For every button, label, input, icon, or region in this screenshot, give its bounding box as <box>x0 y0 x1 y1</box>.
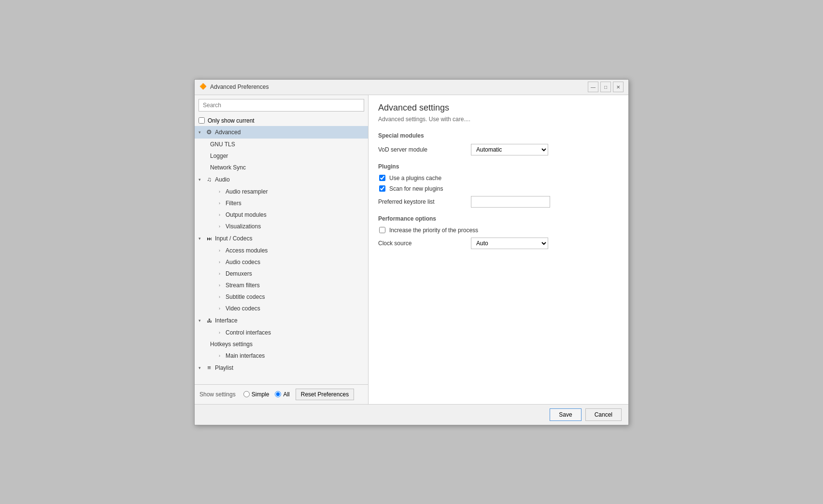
chevron-playlist: ▾ <box>199 365 203 370</box>
sidebar-item-label-output-modules: Output modules <box>226 211 267 218</box>
content-area: Only show current ▾ ⚙ Advanced GNU TLS L… <box>195 95 628 404</box>
sidebar-item-control-interfaces[interactable]: › Control interfaces <box>195 327 368 338</box>
use-plugins-cache-checkbox[interactable] <box>379 175 385 181</box>
chevron-output-modules: › <box>219 212 224 217</box>
sidebar-item-advanced[interactable]: ▾ ⚙ Advanced <box>195 126 368 139</box>
sidebar-item-label-main-interfaces: Main interfaces <box>226 352 265 359</box>
sidebar-item-gnu-tls[interactable]: GNU TLS <box>195 139 368 150</box>
sidebar-item-label-access-modules: Access modules <box>226 247 268 254</box>
radio-all-text: All <box>283 391 289 398</box>
sidebar-item-label-subtitle-codecs: Subtitle codecs <box>226 294 265 300</box>
sidebar-item-label-demuxers: Demuxers <box>226 270 252 277</box>
page-subtitle: Advanced settings. Use with care.... <box>378 116 619 123</box>
reset-preferences-button[interactable]: Reset Preferences <box>296 389 354 400</box>
sidebar-item-label-gnu-tls: GNU TLS <box>210 141 235 148</box>
sidebar-item-main-interfaces[interactable]: › Main interfaces <box>195 350 368 362</box>
chevron-stream-filters: › <box>219 283 224 288</box>
footer: Save Cancel <box>195 404 628 425</box>
page-title: Advanced settings <box>378 103 619 113</box>
preferred-keystore-label: Preferred keystore list <box>378 198 465 205</box>
gear-icon: ⚙ <box>205 128 213 136</box>
only-show-current-checkbox[interactable] <box>199 117 205 124</box>
sidebar-item-label-filters: Filters <box>226 200 241 207</box>
title-bar-controls: — □ ✕ <box>588 82 624 92</box>
sidebar-item-audio-resampler[interactable]: › Audio resampler <box>195 186 368 197</box>
sidebar-item-label-control-interfaces: Control interfaces <box>226 329 271 336</box>
chevron-advanced: ▾ <box>199 130 203 135</box>
close-button[interactable]: ✕ <box>613 82 624 92</box>
increase-priority-row: Increase the priority of the process <box>379 227 619 234</box>
radio-group: Simple All <box>243 391 290 398</box>
chevron-interface: ▾ <box>199 318 203 323</box>
use-plugins-cache-label: Use a plugins cache <box>389 175 441 182</box>
codecs-icon: ⏭ <box>205 235 213 242</box>
sidebar-item-label-audio-resampler: Audio resampler <box>226 188 268 195</box>
chevron-audio-resampler: › <box>219 189 224 194</box>
only-show-current-row: Only show current <box>195 115 368 126</box>
sidebar: Only show current ▾ ⚙ Advanced GNU TLS L… <box>195 95 369 404</box>
chevron-input-codecs: ▾ <box>199 236 203 241</box>
preferred-keystore-input[interactable] <box>471 196 550 208</box>
sidebar-item-playlist[interactable]: ▾ ≡ Playlist <box>195 362 368 374</box>
music-icon: ♫ <box>205 176 213 183</box>
chevron-main-interfaces: › <box>219 353 224 358</box>
minimize-button[interactable]: — <box>588 82 598 92</box>
main-window: 🔶 Advanced Preferences — □ ✕ Only show c… <box>194 79 629 425</box>
search-bar <box>195 95 368 115</box>
interface-icon: 🖧 <box>205 317 213 324</box>
sidebar-item-visualizations[interactable]: › Visualizations <box>195 221 368 232</box>
section-header-special-modules: Special modules <box>378 132 619 139</box>
cancel-button[interactable]: Cancel <box>585 408 622 421</box>
show-settings-label: Show settings <box>199 391 236 398</box>
vod-server-row: VoD server module Automatic <box>378 144 619 155</box>
tree-container: ▾ ⚙ Advanced GNU TLS Logger Network Sync… <box>195 126 368 384</box>
sidebar-item-network-sync[interactable]: Network Sync <box>195 162 368 173</box>
sidebar-item-filters[interactable]: › Filters <box>195 197 368 209</box>
title-bar: 🔶 Advanced Preferences — □ ✕ <box>195 80 628 95</box>
chevron-access-modules: › <box>219 248 224 253</box>
only-show-current-label: Only show current <box>208 117 255 124</box>
section-header-plugins: Plugins <box>378 163 619 170</box>
chevron-audio-codecs: › <box>219 260 224 265</box>
sidebar-item-label-playlist: Playlist <box>215 364 233 371</box>
chevron-audio: ▾ <box>199 177 203 182</box>
sidebar-item-video-codecs[interactable]: › Video codecs <box>195 303 368 314</box>
chevron-filters: › <box>219 201 224 206</box>
maximize-button[interactable]: □ <box>600 82 611 92</box>
sidebar-item-access-modules[interactable]: › Access modules <box>195 245 368 256</box>
sidebar-item-label-visualizations: Visualizations <box>226 223 261 230</box>
radio-simple[interactable] <box>243 391 250 397</box>
save-button[interactable]: Save <box>550 408 581 421</box>
sidebar-item-audio-codecs[interactable]: › Audio codecs <box>195 256 368 268</box>
sidebar-item-label-audio: Audio <box>215 176 230 183</box>
increase-priority-label: Increase the priority of the process <box>389 227 478 234</box>
sidebar-item-label-logger: Logger <box>210 153 228 159</box>
sidebar-item-subtitle-codecs[interactable]: › Subtitle codecs <box>195 291 368 303</box>
app-icon: 🔶 <box>199 83 207 91</box>
sidebar-item-logger[interactable]: Logger <box>195 150 368 162</box>
increase-priority-checkbox[interactable] <box>379 227 385 233</box>
sidebar-item-label-interface: Interface <box>215 317 238 324</box>
vod-server-select[interactable]: Automatic <box>471 144 548 155</box>
radio-simple-label[interactable]: Simple <box>243 391 270 398</box>
sidebar-item-stream-filters[interactable]: › Stream filters <box>195 280 368 291</box>
sidebar-item-hotkeys-settings[interactable]: Hotkeys settings <box>195 338 368 350</box>
playlist-icon: ≡ <box>205 364 213 372</box>
radio-all-label[interactable]: All <box>275 391 289 398</box>
sidebar-item-audio[interactable]: ▾ ♫ Audio <box>195 173 368 186</box>
scan-for-plugins-row: Scan for new plugins <box>379 185 619 192</box>
chevron-visualizations: › <box>219 224 224 229</box>
scan-for-plugins-checkbox[interactable] <box>379 185 385 192</box>
sidebar-item-output-modules[interactable]: › Output modules <box>195 209 368 221</box>
radio-simple-text: Simple <box>252 391 270 398</box>
chevron-control-interfaces: › <box>219 330 224 335</box>
sidebar-item-demuxers[interactable]: › Demuxers <box>195 268 368 280</box>
sidebar-item-label-advanced: Advanced <box>215 129 241 136</box>
clock-source-select[interactable]: Auto <box>471 238 548 249</box>
sidebar-item-input-codecs[interactable]: ▾ ⏭ Input / Codecs <box>195 232 368 245</box>
clock-source-label: Clock source <box>378 240 465 247</box>
show-settings-bar: Show settings Simple All Reset Preferenc… <box>195 384 368 404</box>
sidebar-item-interface[interactable]: ▾ 🖧 Interface <box>195 314 368 327</box>
radio-all[interactable] <box>275 391 281 397</box>
search-input[interactable] <box>199 99 364 112</box>
